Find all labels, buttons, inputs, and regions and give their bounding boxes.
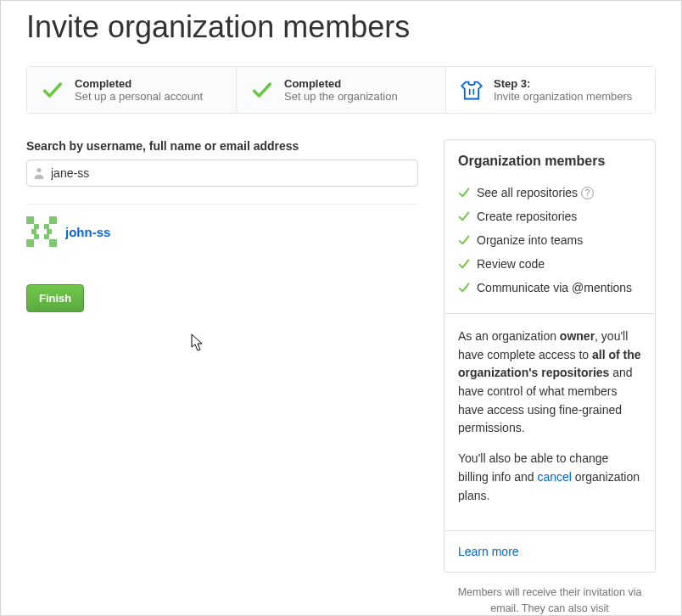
svg-rect-4 (44, 224, 49, 229)
step-title: Step 3: (494, 77, 632, 90)
sidebar: Organization members See all repositorie… (444, 139, 656, 573)
cancel-link[interactable]: cancel (537, 470, 571, 484)
perk-label: See all repositories (477, 186, 578, 199)
check-icon (250, 78, 274, 102)
finish-button[interactable]: Finish (26, 284, 84, 312)
step-title: Completed (284, 77, 398, 90)
member-name-link[interactable]: john-ss (65, 225, 110, 239)
svg-rect-8 (44, 234, 49, 239)
check-icon (458, 258, 470, 270)
svg-rect-5 (31, 229, 36, 234)
check-icon (41, 78, 64, 102)
perk-label: Review code (477, 257, 545, 271)
footer-note: Members will receive their invitation vi… (444, 585, 656, 616)
check-icon (458, 282, 470, 294)
page-title: Invite organization members (26, 9, 656, 45)
step-1: Completed Set up a personal account (27, 67, 237, 113)
step-2: Completed Set up the organization (237, 67, 446, 113)
avatar (26, 216, 57, 247)
jersey-icon (460, 78, 484, 102)
svg-rect-6 (47, 229, 52, 234)
sidebar-heading: Organization members (458, 154, 641, 169)
perk-item: Review code (458, 252, 641, 276)
perk-item: Communicate via @mentions (458, 276, 641, 300)
perk-item: Create repositories (458, 204, 641, 228)
svg-rect-2 (49, 216, 57, 224)
learn-more-link[interactable]: Learn more (458, 545, 519, 558)
person-icon (33, 167, 45, 179)
step-subtitle: Invite organization members (494, 90, 632, 103)
perk-item: Organize into teams (458, 228, 641, 252)
perk-label: Organize into teams (477, 233, 583, 247)
search-label: Search by username, full name or email a… (26, 139, 418, 153)
owner-info: As an organization owner, you'll have co… (444, 314, 655, 531)
perk-label: Communicate via @mentions (477, 281, 632, 294)
svg-rect-3 (34, 224, 39, 229)
search-input[interactable] (26, 160, 418, 187)
step-subtitle: Set up a personal account (75, 90, 203, 103)
perk-label: Create repositories (477, 210, 577, 223)
member-row: john-ss (26, 204, 418, 259)
text-bold: owner (560, 329, 595, 343)
svg-rect-9 (26, 239, 34, 247)
check-icon (458, 187, 470, 199)
check-icon (458, 210, 470, 222)
text: As an organization (458, 329, 560, 343)
step-title: Completed (75, 77, 203, 90)
step-subtitle: Set up the organization (284, 90, 398, 103)
svg-rect-1 (26, 216, 34, 224)
perk-item: See all repositories ? (458, 181, 641, 204)
text: Members will receive their invitation vi… (458, 586, 642, 614)
check-icon (458, 234, 470, 246)
svg-rect-10 (49, 239, 57, 247)
svg-rect-7 (34, 234, 39, 239)
steps-bar: Completed Set up a personal account Comp… (26, 66, 656, 114)
step-3-active: Step 3: Invite organization members (446, 67, 655, 113)
help-icon[interactable]: ? (581, 187, 594, 199)
